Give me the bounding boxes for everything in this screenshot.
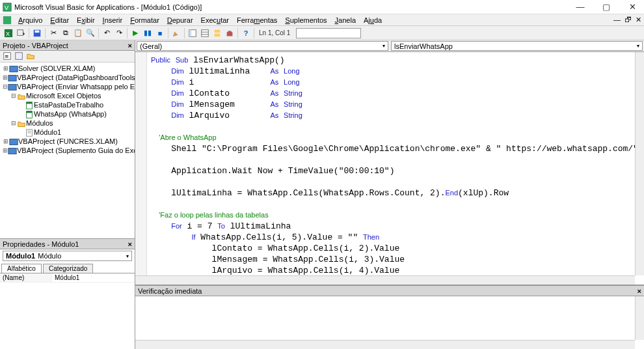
vertical-scrollbar[interactable] — [635, 296, 644, 340]
tree-expander-icon[interactable]: ⊟ — [10, 119, 17, 128]
tree-node[interactable]: Módulo1 — [1, 128, 133, 137]
mdi-restore-button[interactable]: 🗗 — [624, 16, 632, 24]
close-button[interactable]: ✕ — [623, 2, 641, 12]
toggle-folders-icon[interactable] — [26, 51, 36, 62]
horizontal-scrollbar[interactable] — [135, 275, 635, 285]
reset-icon[interactable]: ■ — [154, 27, 166, 39]
property-value[interactable]: Módulo1 — [52, 273, 135, 282]
view-code-icon[interactable]: ≡ — [3, 51, 13, 62]
tree-expander-icon[interactable]: ⊟ — [3, 82, 8, 91]
paste-icon[interactable]: 📋 — [72, 27, 84, 39]
menu-suplementos[interactable]: Suplementos — [281, 16, 330, 25]
run-icon[interactable]: ▶ — [129, 27, 141, 39]
tree-node[interactable]: ⊞VBAProject (DataPigDashboardTools.xlam) — [1, 73, 133, 82]
menu-inserir[interactable]: Inserir — [99, 16, 127, 25]
properties-object-combo[interactable]: Módulo1 Módulo ▾ — [3, 251, 132, 261]
tree-node[interactable]: ⊞VBAProject (FUNCRES.XLAM) — [1, 137, 133, 146]
copy-icon[interactable]: ⧉ — [60, 27, 72, 39]
toolbar-object-dropdown[interactable] — [296, 28, 361, 38]
tree-node[interactable]: ⊟Microsoft Excel Objetos — [1, 91, 133, 100]
find-icon[interactable]: 🔍 — [85, 27, 96, 39]
tree-expander-icon[interactable]: ⊞ — [3, 137, 9, 146]
mdi-minimize-button[interactable]: — — [613, 16, 621, 24]
save-icon[interactable] — [31, 27, 43, 39]
menu-ajuda[interactable]: Ajuda — [360, 16, 386, 25]
project-pane-title: Projeto - VBAProject — [3, 42, 68, 49]
tree-node-label: VBAProject (FUNCRES.XLAM) — [18, 137, 118, 146]
project-pane-close-icon[interactable]: × — [128, 42, 132, 49]
menu-ferramentas[interactable]: Ferramentas — [233, 16, 281, 25]
tree-node-label: Módulos — [26, 119, 53, 128]
tree-expander-icon[interactable]: ⊞ — [3, 73, 8, 82]
cursor-position: Ln 1, Col 1 — [259, 29, 290, 36]
menu-janela[interactable]: Janela — [331, 16, 360, 25]
view-excel-icon[interactable]: X — [3, 27, 14, 39]
tree-node[interactable]: ⊞Solver (SOLVER.XLAM) — [1, 64, 133, 73]
immediate-window[interactable] — [135, 296, 644, 349]
code-editor[interactable]: Public Sub lsEnviarWhatsApp() Dim lUltim… — [135, 52, 644, 285]
minimize-button[interactable]: — — [571, 2, 589, 12]
tree-expander-icon[interactable]: ⊞ — [3, 64, 9, 73]
menu-exibir[interactable]: Exibir — [73, 16, 99, 25]
properties-icon[interactable] — [199, 27, 211, 39]
vertical-scrollbar[interactable] — [635, 52, 644, 275]
redo-icon[interactable]: ↷ — [113, 27, 125, 39]
properties-pane-close-icon[interactable]: × — [128, 240, 132, 248]
svg-rect-24 — [27, 111, 33, 113]
proj-icon — [9, 137, 17, 145]
horizontal-scrollbar[interactable] — [135, 340, 635, 349]
tree-node-label: EstaPastaDeTrabalho — [34, 100, 103, 109]
mdi-system-icon[interactable] — [3, 16, 12, 25]
code-object-value: (Geral) — [140, 42, 162, 50]
code-object-combo[interactable]: (Geral) ▾ — [137, 41, 388, 51]
chevron-down-icon: ▾ — [126, 253, 129, 259]
svg-rect-22 — [27, 102, 33, 104]
properties-tab-categorized[interactable]: Categorizado — [43, 264, 93, 273]
tree-node-label: Solver (SOLVER.XLAM) — [18, 64, 95, 73]
project-explorer-icon[interactable] — [187, 27, 198, 39]
menu-depurar[interactable]: Depurar — [163, 16, 197, 25]
immediate-pane-close-icon[interactable]: × — [637, 287, 641, 295]
object-browser-icon[interactable] — [211, 27, 223, 39]
svg-rect-2 — [3, 16, 11, 23]
tree-node[interactable]: EstaPastaDeTrabalho — [1, 100, 133, 109]
folder-icon — [17, 119, 25, 127]
design-mode-icon[interactable] — [170, 27, 182, 39]
tree-node[interactable]: ⊞VBAProject (Suplemento Guia do Excel.xl… — [1, 146, 133, 155]
property-row: (Name) Módulo1 — [0, 273, 135, 283]
tree-expander-icon[interactable]: ⊟ — [10, 91, 17, 100]
view-object-icon[interactable] — [14, 51, 25, 62]
project-tree[interactable]: ⊞Solver (SOLVER.XLAM)⊞VBAProject (DataPi… — [0, 63, 135, 238]
tree-node[interactable]: ⊟VBAProject (Enviar Whatsapp pelo Excel … — [1, 82, 133, 91]
undo-icon[interactable]: ↶ — [101, 27, 113, 39]
property-key: (Name) — [0, 273, 52, 282]
module-icon — [25, 128, 33, 136]
menu-executar[interactable]: Executar — [197, 16, 233, 25]
menu-arquivo[interactable]: Arquivo — [14, 16, 46, 25]
maximize-button[interactable]: ▢ — [597, 2, 615, 12]
menu-editar[interactable]: Editar — [46, 16, 73, 25]
folder-icon — [17, 92, 25, 100]
tree-node[interactable]: WhatsApp (WhatsApp) — [1, 109, 133, 119]
properties-tab-alphabetic[interactable]: Alfabético — [1, 264, 42, 273]
tree-node-label: Microsoft Excel Objetos — [26, 91, 101, 100]
properties-combo-name: Módulo1 — [6, 252, 35, 260]
insert-dropdown-icon[interactable] — [15, 27, 27, 39]
menu-formatar[interactable]: Formatar — [126, 16, 163, 25]
help-icon[interactable]: ? — [240, 27, 252, 39]
chevron-down-icon: ▾ — [637, 43, 639, 49]
properties-combo-type: Módulo — [38, 252, 61, 260]
toolbox-icon[interactable] — [224, 27, 235, 39]
project-pane-header: Projeto - VBAProject × — [0, 40, 135, 51]
tree-expander-icon[interactable]: ⊞ — [3, 146, 8, 155]
tree-node[interactable]: ⊟Módulos — [1, 119, 133, 128]
cut-icon[interactable]: ✂ — [47, 27, 59, 39]
svg-text:≡: ≡ — [5, 52, 9, 59]
code-procedure-combo[interactable]: lsEnviarWhatsApp ▾ — [391, 41, 643, 51]
vba-app-icon: V — [3, 3, 12, 12]
break-icon[interactable]: ▮▮ — [142, 27, 154, 39]
svg-rect-29 — [8, 148, 16, 154]
properties-grid[interactable]: (Name) Módulo1 — [0, 273, 135, 349]
menubar: Arquivo Editar Exibir Inserir Formatar D… — [0, 14, 644, 26]
mdi-close-button[interactable]: ✕ — [636, 16, 641, 24]
